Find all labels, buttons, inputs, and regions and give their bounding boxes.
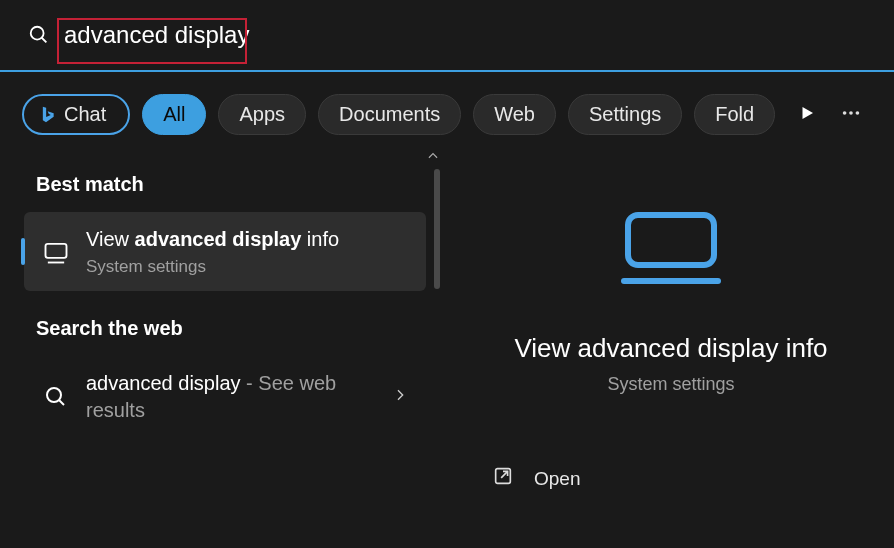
svg-point-4 — [856, 111, 860, 115]
svg-point-3 — [849, 111, 853, 115]
detail-title: View advanced display info — [514, 333, 827, 364]
svg-rect-9 — [628, 215, 714, 265]
detail-subtitle: System settings — [607, 374, 734, 395]
filter-documents[interactable]: Documents — [318, 94, 461, 135]
svg-line-8 — [59, 400, 64, 405]
result-text: advanced display - See web results — [86, 370, 384, 424]
search-bar — [0, 0, 894, 72]
filter-settings[interactable]: Settings — [568, 94, 682, 135]
play-icon[interactable] — [798, 104, 816, 126]
svg-point-7 — [47, 388, 61, 402]
open-label: Open — [534, 468, 580, 490]
open-action[interactable]: Open — [492, 465, 894, 492]
filter-web[interactable]: Web — [473, 94, 556, 135]
search-input[interactable] — [64, 21, 364, 49]
result-title: View advanced display info — [86, 226, 408, 253]
open-external-icon — [492, 465, 514, 492]
filter-row: Chat All Apps Documents Web Settings Fol… — [0, 72, 894, 145]
chat-label: Chat — [64, 103, 106, 126]
web-result-title: advanced display - See web results — [86, 370, 384, 424]
result-best-match[interactable]: View advanced display info System settin… — [24, 212, 426, 291]
result-web-search[interactable]: advanced display - See web results — [24, 356, 426, 438]
scrollbar[interactable] — [434, 169, 440, 289]
result-subtitle: System settings — [86, 257, 408, 277]
display-icon — [616, 209, 726, 293]
svg-point-0 — [31, 27, 44, 40]
chevron-up-icon[interactable] — [426, 149, 440, 167]
bing-icon — [36, 104, 58, 126]
results-panel: Best match View advanced display info Sy… — [0, 145, 448, 548]
more-icon[interactable] — [840, 102, 862, 128]
filter-folders[interactable]: Fold — [694, 94, 775, 135]
result-text: View advanced display info System settin… — [86, 226, 408, 277]
svg-point-2 — [843, 111, 847, 115]
search-web-heading: Search the web — [0, 291, 444, 356]
search-icon — [42, 385, 70, 409]
filter-all[interactable]: All — [142, 94, 206, 135]
display-icon — [42, 238, 70, 266]
chevron-right-icon — [392, 387, 408, 407]
chat-button[interactable]: Chat — [22, 94, 130, 135]
best-match-heading: Best match — [0, 165, 444, 212]
svg-line-1 — [42, 38, 47, 43]
search-icon — [28, 24, 50, 46]
svg-rect-5 — [46, 243, 67, 257]
filter-apps[interactable]: Apps — [218, 94, 306, 135]
content-area: Best match View advanced display info Sy… — [0, 145, 894, 548]
detail-panel: View advanced display info System settin… — [448, 145, 894, 548]
